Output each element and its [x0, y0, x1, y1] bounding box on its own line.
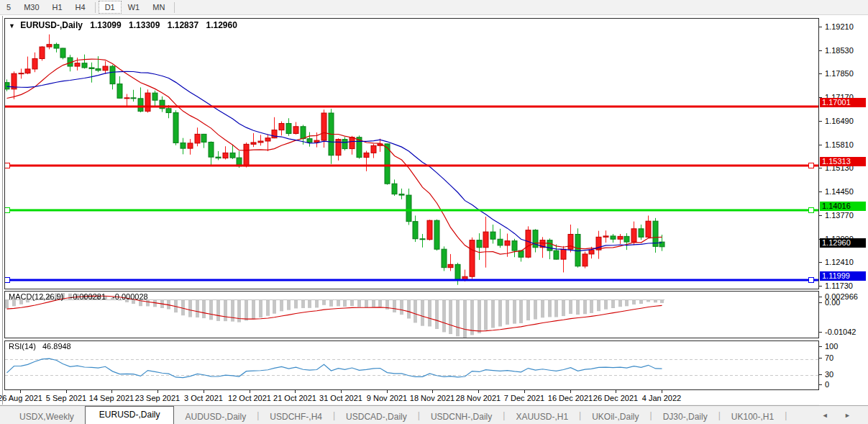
date-axis-label: 26 Aug 2021 [0, 394, 42, 402]
timeframe-h4[interactable]: H4 [69, 1, 92, 14]
price-axis-tick [819, 215, 822, 216]
price-axis-tick [819, 73, 822, 74]
macd-main-value: -0.000281 [70, 292, 106, 301]
date-axis-label: 7 Dec 2021 [504, 394, 544, 402]
date-axis-label: 18 Nov 2021 [410, 394, 454, 402]
ohlc-low: 1.12837 [168, 20, 198, 30]
macd-signal-value: -0.000028 [112, 292, 148, 301]
date-axis-tick [204, 390, 204, 393]
price-axis-tick [819, 262, 822, 263]
timeframe-5[interactable]: 5 [0, 1, 17, 14]
chart-title: ▼ EURUSD-,Daily 1.13099 1.13309 1.12837 … [9, 20, 237, 30]
date-axis-tick [662, 390, 662, 393]
macd-panel[interactable]: MACD(12,26,9) -0.000281 -0.000028 [4, 291, 819, 338]
date-axis-label: 3 Oct 2021 [184, 394, 223, 402]
price-axis-tick [819, 121, 822, 122]
ohlc-high: 1.13309 [129, 20, 160, 30]
ohlc-close: 1.12960 [206, 20, 237, 30]
date-axis-tick [387, 390, 388, 393]
tab-dj30-daily[interactable]: DJ30-,Daily [652, 410, 718, 424]
price-axis-tick [819, 168, 822, 168]
date-axis-tick [111, 390, 112, 393]
indicator-axis-tick [819, 297, 822, 297]
timeframe-w1[interactable]: W1 [122, 1, 147, 14]
macd-name: MACD(12,26,9) [9, 292, 63, 301]
price-axis-label: 1.16490 [825, 117, 854, 125]
date-axis[interactable]: 26 Aug 20215 Sep 202114 Sep 202123 Sep 2… [4, 390, 819, 405]
tab-usdcnh-daily[interactable]: USDCNH-,Daily [420, 410, 503, 424]
indicator-axis-tick [819, 374, 822, 375]
chart-tab-bar: USDX,WeeklyEURUSD-,DailyAUDUSD-,Daily|US… [0, 405, 868, 424]
date-axis-tick [432, 390, 433, 393]
price-axis-label: 1.18530 [825, 46, 854, 55]
tab-usdchf-h4[interactable]: USDCHF-,H4 [259, 410, 333, 424]
tab-uk100-h1[interactable]: UK100-,H1 [721, 410, 785, 424]
mt4-window: 5M30H1H4D1W1MN ▼ EURUSD-,Daily 1.13099 1… [0, 0, 868, 424]
date-axis-label: 9 Nov 2021 [367, 394, 407, 402]
main-chart-canvas[interactable] [5, 19, 818, 289]
indicator-axis-tick [819, 302, 822, 303]
timeframe-mn[interactable]: MN [146, 1, 171, 14]
tab-usdx-weekly[interactable]: USDX,Weekly [9, 410, 85, 424]
rsi-canvas[interactable] [5, 341, 818, 389]
indicator-axis-label: 0 [825, 380, 829, 389]
main-chart-panel[interactable]: ▼ EURUSD-,Daily 1.13099 1.13309 1.12837 … [4, 18, 819, 289]
tab-scroll-left-icon[interactable]: ◄ [822, 412, 836, 419]
date-axis-tick [250, 390, 250, 393]
date-axis-tick [20, 390, 21, 393]
price-axis-label: 1.13770 [825, 211, 854, 220]
chart-dropdown-icon[interactable]: ▼ [9, 22, 15, 30]
tab-eurusd-daily[interactable]: EURUSD-,Daily [85, 406, 175, 424]
toolbar-separator [95, 2, 96, 13]
ohlc-open: 1.13099 [90, 20, 121, 30]
date-axis-tick [478, 390, 479, 393]
indicator-axis-tick [819, 346, 822, 347]
rsi-value: 46.8948 [42, 342, 71, 351]
date-axis-label: 5 Sep 2021 [46, 394, 86, 402]
chart-symbol-label: EURUSD-,Daily [20, 20, 83, 30]
date-axis-tick [616, 390, 616, 393]
rsi-panel[interactable]: RSI(14) 46.8948 [4, 340, 819, 390]
price-axis-label: 1.12410 [825, 258, 854, 266]
timeframe-d1[interactable]: D1 [99, 1, 122, 14]
tab-audusd-daily[interactable]: AUDUSD-,Daily [174, 410, 257, 424]
indicator-axis-label: 0.00 [825, 298, 840, 307]
toolbar-separator [174, 2, 175, 13]
indicator-axis-tick [819, 358, 822, 358]
timeframe-m30[interactable]: M30 [17, 1, 45, 14]
indicator-axis-label: 70 [825, 353, 833, 362]
chart-area: ▼ EURUSD-,Daily 1.13099 1.13309 1.12837 … [0, 15, 868, 405]
macd-label: MACD(12,26,9) -0.000281 -0.000028 [9, 292, 148, 301]
price-axis-label: 1.19210 [825, 22, 854, 31]
tab-xauusd-h1[interactable]: XAUUSD-,H1 [505, 410, 579, 424]
price-axis-tick [819, 145, 822, 145]
level-price-badge: 1.11999 [820, 271, 866, 281]
price-axis-label: 1.15810 [825, 140, 854, 149]
tab-scroll-right-icon[interactable]: ► [844, 412, 858, 419]
date-axis-label: 14 Sep 2021 [89, 394, 134, 402]
price-axis-tick [819, 191, 822, 192]
date-axis-label: 26 Dec 2021 [593, 394, 638, 402]
date-axis-label: 4 Jan 2022 [642, 394, 681, 402]
price-axis-label: 1.11730 [825, 281, 853, 290]
date-axis-label: 28 Nov 2021 [456, 394, 501, 402]
price-axis-tick [819, 27, 822, 27]
date-axis-tick [295, 390, 296, 393]
level-price-badge: 1.14016 [820, 202, 866, 211]
date-axis-label: 23 Sep 2021 [135, 394, 180, 402]
indicator-axis-label: 30 [825, 370, 833, 379]
tab-ukoil-daily[interactable]: UKOil-,Daily [581, 410, 649, 424]
indicator-axis-tick [819, 384, 822, 385]
timeframe-toolbar: 5M30H1H4D1W1MN [0, 0, 868, 15]
price-axis-tick [819, 286, 822, 287]
level-price-badge: 1.17001 [820, 98, 866, 107]
price-axis[interactable]: 1.192101.185301.178501.171701.164901.158… [819, 18, 868, 405]
rsi-label: RSI(14) 46.8948 [9, 342, 71, 351]
price-axis-label: 1.14450 [825, 187, 854, 196]
timeframe-h1[interactable]: H1 [46, 1, 69, 14]
tab-usdcad-daily[interactable]: USDCAD-,Daily [335, 410, 418, 424]
tab-separator: | [785, 410, 787, 420]
level-price-badge: 1.15313 [820, 157, 866, 166]
date-axis-tick [524, 390, 525, 393]
current-price-badge: 1.12960 [820, 238, 866, 248]
